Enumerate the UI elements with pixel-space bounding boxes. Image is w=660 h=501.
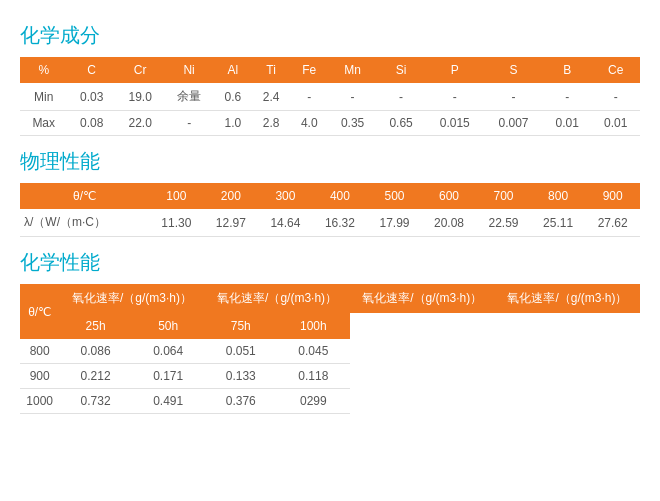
- chem-max-b: 0.01: [543, 111, 591, 136]
- chem-max-ni: -: [164, 111, 213, 136]
- chemical-subh-75h: 75h: [204, 313, 277, 339]
- chem-max-al: 1.0: [214, 111, 252, 136]
- chem-max-ce: 0.01: [591, 111, 640, 136]
- chemical-table: θ/℃ 氧化速率/（g/(m3·h)） 氧化速率/（g/(m3·h)） 氧化速率…: [20, 284, 640, 414]
- physics-col-temp: θ/℃: [20, 183, 149, 209]
- physics-val-100: 11.30: [149, 209, 204, 237]
- chem-1000-75h: 0.376: [204, 389, 277, 414]
- chemical-row-1000: 1000 0.732 0.491 0.376 0299: [20, 389, 640, 414]
- chem-max-s: 0.007: [484, 111, 543, 136]
- chemical-row-900: 900 0.212 0.171 0.133 0.118: [20, 364, 640, 389]
- physics-col-400: 400: [313, 183, 368, 209]
- chemical-col-ox2: 氧化速率/（g/(m3·h)）: [204, 284, 349, 313]
- chemical-col-ox3: 氧化速率/（g/(m3·h)）: [350, 284, 495, 313]
- chem-1000-25h: 0.732: [59, 389, 132, 414]
- chemistry-col-b: B: [543, 57, 591, 83]
- chem-max-si: 0.65: [377, 111, 425, 136]
- chem-min-label: Min: [20, 83, 67, 111]
- chemical-header-row2: 25h 50h 75h 100h: [20, 313, 640, 339]
- chem-max-label: Max: [20, 111, 67, 136]
- physics-col-800: 800: [531, 183, 586, 209]
- chemistry-max-row: Max 0.08 22.0 - 1.0 2.8 4.0 0.35 0.65 0.…: [20, 111, 640, 136]
- chemistry-col-al: Al: [214, 57, 252, 83]
- chemistry-min-row: Min 0.03 19.0 余量 0.6 2.4 - - - - - - -: [20, 83, 640, 111]
- chem-900-50h: 0.171: [132, 364, 205, 389]
- physics-val-200: 12.97: [204, 209, 259, 237]
- chem-800-25h: 0.086: [59, 339, 132, 364]
- chemistry-col-ni: Ni: [164, 57, 213, 83]
- chem-max-fe: 4.0: [290, 111, 328, 136]
- physics-table: θ/℃ 100 200 300 400 500 600 700 800 900 …: [20, 183, 640, 237]
- chemistry-table: % C Cr Ni Al Ti Fe Mn Si P S B Ce Min 0.…: [20, 57, 640, 136]
- chem-max-ti: 2.8: [252, 111, 290, 136]
- chemical-row-800: 800 0.086 0.064 0.051 0.045: [20, 339, 640, 364]
- chemistry-header-row: % C Cr Ni Al Ti Fe Mn Si P S B Ce: [20, 57, 640, 83]
- chemistry-col-fe: Fe: [290, 57, 328, 83]
- chem-temp-1000: 1000: [20, 389, 59, 414]
- chemical-subh-25h: 25h: [59, 313, 132, 339]
- chem-min-fe: -: [290, 83, 328, 111]
- physics-val-700: 22.59: [476, 209, 531, 237]
- chemistry-col-si: Si: [377, 57, 425, 83]
- chem-min-ce: -: [591, 83, 640, 111]
- physics-col-900: 900: [585, 183, 640, 209]
- chem-min-mn: -: [328, 83, 376, 111]
- chemistry-col-c: C: [67, 57, 115, 83]
- physics-col-200: 200: [204, 183, 259, 209]
- physics-title: 物理性能: [20, 148, 640, 175]
- chem-min-al: 0.6: [214, 83, 252, 111]
- chem-800-75h: 0.051: [204, 339, 277, 364]
- chemistry-col-s: S: [484, 57, 543, 83]
- chem-min-s: -: [484, 83, 543, 111]
- chem-800-50h: 0.064: [132, 339, 205, 364]
- chem-min-si: -: [377, 83, 425, 111]
- chemistry-col-percent: %: [20, 57, 67, 83]
- chemical-header-row1: θ/℃ 氧化速率/（g/(m3·h)） 氧化速率/（g/(m3·h)） 氧化速率…: [20, 284, 640, 313]
- chemical-subh-100h: 100h: [277, 313, 350, 339]
- chemical-col-ox1: 氧化速率/（g/(m3·h)）: [59, 284, 204, 313]
- physics-val-300: 14.64: [258, 209, 313, 237]
- chemistry-title: 化学成分: [20, 22, 640, 49]
- physics-col-300: 300: [258, 183, 313, 209]
- chemical-col-ox4: 氧化速率/（g/(m3·h)）: [495, 284, 640, 313]
- chemistry-col-ce: Ce: [591, 57, 640, 83]
- chemistry-col-p: P: [425, 57, 484, 83]
- chem-min-c: 0.03: [67, 83, 115, 111]
- chem-min-p: -: [425, 83, 484, 111]
- chemical-title: 化学性能: [20, 249, 640, 276]
- chem-min-ni: 余量: [164, 83, 213, 111]
- physics-val-400: 16.32: [313, 209, 368, 237]
- chemistry-col-mn: Mn: [328, 57, 376, 83]
- physics-data-row: λ/（W/（m·C） 11.30 12.97 14.64 16.32 17.99…: [20, 209, 640, 237]
- chem-max-mn: 0.35: [328, 111, 376, 136]
- physics-lambda-label: λ/（W/（m·C）: [20, 209, 149, 237]
- chem-min-ti: 2.4: [252, 83, 290, 111]
- chem-max-cr: 22.0: [116, 111, 164, 136]
- chem-900-25h: 0.212: [59, 364, 132, 389]
- physics-val-500: 17.99: [367, 209, 422, 237]
- chem-800-100h: 0.045: [277, 339, 350, 364]
- chem-1000-50h: 0.491: [132, 389, 205, 414]
- physics-header-row: θ/℃ 100 200 300 400 500 600 700 800 900: [20, 183, 640, 209]
- chem-min-b: -: [543, 83, 591, 111]
- physics-val-800: 25.11: [531, 209, 586, 237]
- physics-val-600: 20.08: [422, 209, 477, 237]
- chem-1000-100h: 0299: [277, 389, 350, 414]
- physics-col-500: 500: [367, 183, 422, 209]
- chemistry-col-ti: Ti: [252, 57, 290, 83]
- chem-max-c: 0.08: [67, 111, 115, 136]
- chem-900-100h: 0.118: [277, 364, 350, 389]
- chem-temp-800: 800: [20, 339, 59, 364]
- chem-min-cr: 19.0: [116, 83, 164, 111]
- physics-col-600: 600: [422, 183, 477, 209]
- chem-max-p: 0.015: [425, 111, 484, 136]
- physics-val-900: 27.62: [585, 209, 640, 237]
- chemical-subh-50h: 50h: [132, 313, 205, 339]
- chemical-col-temp: θ/℃: [20, 284, 59, 339]
- physics-col-700: 700: [476, 183, 531, 209]
- chem-temp-900: 900: [20, 364, 59, 389]
- physics-col-100: 100: [149, 183, 204, 209]
- chemistry-col-cr: Cr: [116, 57, 164, 83]
- chem-900-75h: 0.133: [204, 364, 277, 389]
